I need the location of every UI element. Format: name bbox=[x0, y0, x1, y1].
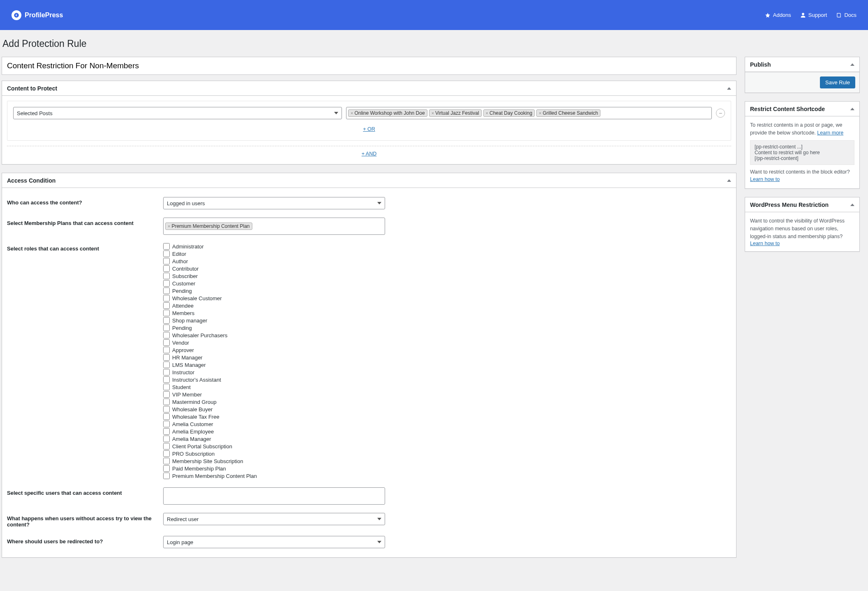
menu-learn-how-link[interactable]: Learn how to bbox=[750, 241, 780, 246]
access-condition-box: Access Condition Who can access the cont… bbox=[2, 173, 736, 558]
post-tag[interactable]: ×Online Workshop with John Doe bbox=[348, 109, 427, 117]
role-checkbox-item[interactable]: Student bbox=[163, 384, 385, 390]
role-checkbox-item[interactable]: Amelia Customer bbox=[163, 421, 385, 427]
role-checkbox-item[interactable]: Paid Membership Plan bbox=[163, 465, 385, 472]
role-checkbox-item[interactable]: Attendee bbox=[163, 302, 385, 309]
remove-tag-icon[interactable]: × bbox=[168, 224, 170, 229]
specific-users-tagbox[interactable] bbox=[163, 487, 385, 505]
role-checkbox[interactable] bbox=[163, 428, 170, 435]
role-checkbox-item[interactable]: Amelia Employee bbox=[163, 428, 385, 435]
who-can-access-select[interactable]: Logged in users bbox=[163, 197, 385, 209]
publish-header[interactable]: Publish bbox=[745, 57, 859, 72]
menu-restriction-header[interactable]: WordPress Menu Restriction bbox=[745, 197, 859, 212]
brand[interactable]: ProfilePress bbox=[12, 10, 63, 20]
role-checkbox-item[interactable]: Pending bbox=[163, 324, 385, 331]
nav-addons[interactable]: Addons bbox=[765, 12, 791, 18]
shortcode-learn-more-link[interactable]: Learn more bbox=[817, 130, 843, 136]
role-checkbox[interactable] bbox=[163, 287, 170, 294]
remove-tag-icon[interactable]: × bbox=[486, 111, 488, 116]
role-checkbox[interactable] bbox=[163, 265, 170, 272]
role-checkbox[interactable] bbox=[163, 339, 170, 346]
role-checkbox-item[interactable]: Amelia Manager bbox=[163, 436, 385, 442]
role-checkbox[interactable] bbox=[163, 369, 170, 375]
role-checkbox-item[interactable]: Instructor's Assistant bbox=[163, 376, 385, 383]
nav-docs[interactable]: Docs bbox=[836, 12, 856, 18]
role-checkbox-item[interactable]: Premium Membership Content Plan bbox=[163, 473, 385, 479]
role-checkbox-item[interactable]: Wholesaler Purchasers bbox=[163, 332, 385, 338]
post-tag[interactable]: ×Cheat Day Cooking bbox=[483, 109, 535, 117]
role-checkbox-item[interactable]: Membership Site Subscription bbox=[163, 458, 385, 464]
role-checkbox[interactable] bbox=[163, 302, 170, 309]
role-checkbox-item[interactable]: Instructor bbox=[163, 369, 385, 375]
membership-plans-tagbox[interactable]: ×Premium Membership Content Plan bbox=[163, 218, 385, 235]
role-checkbox[interactable] bbox=[163, 421, 170, 427]
role-checkbox[interactable] bbox=[163, 258, 170, 264]
remove-condition-button[interactable]: − bbox=[716, 109, 725, 118]
role-checkbox[interactable] bbox=[163, 458, 170, 464]
role-checkbox-item[interactable]: LMS Manager bbox=[163, 362, 385, 368]
divider bbox=[7, 146, 731, 146]
role-checkbox-item[interactable]: Vendor bbox=[163, 339, 385, 346]
content-to-protect-header[interactable]: Content to Protect bbox=[2, 81, 736, 96]
role-checkbox-item[interactable]: Editor bbox=[163, 250, 385, 257]
role-checkbox-item[interactable]: Members bbox=[163, 310, 385, 316]
role-checkbox-item[interactable]: Client Portal Subscription bbox=[163, 443, 385, 450]
role-checkbox-item[interactable]: Wholesale Tax Free bbox=[163, 413, 385, 420]
shortcode-header[interactable]: Restrict Content Shortcode bbox=[745, 102, 859, 116]
role-checkbox[interactable] bbox=[163, 465, 170, 472]
role-checkbox-item[interactable]: Wholesale Buyer bbox=[163, 406, 385, 413]
nav-support[interactable]: Support bbox=[800, 12, 827, 18]
content-type-select[interactable]: Selected Posts bbox=[13, 107, 342, 119]
role-checkbox[interactable] bbox=[163, 450, 170, 457]
role-checkbox-item[interactable]: Pending bbox=[163, 287, 385, 294]
remove-tag-icon[interactable]: × bbox=[432, 111, 434, 116]
role-checkbox[interactable] bbox=[163, 273, 170, 279]
role-checkbox[interactable] bbox=[163, 250, 170, 257]
role-checkbox[interactable] bbox=[163, 406, 170, 413]
role-checkbox-item[interactable]: Author bbox=[163, 258, 385, 264]
add-or-link[interactable]: + OR bbox=[363, 126, 375, 132]
access-condition-header[interactable]: Access Condition bbox=[2, 173, 736, 188]
noaccess-action-select[interactable]: Redirect user bbox=[163, 513, 385, 525]
role-checkbox[interactable] bbox=[163, 295, 170, 301]
role-checkbox[interactable] bbox=[163, 332, 170, 338]
remove-tag-icon[interactable]: × bbox=[539, 111, 541, 116]
role-checkbox[interactable] bbox=[163, 280, 170, 287]
add-and-link[interactable]: + AND bbox=[362, 151, 376, 157]
role-checkbox-item[interactable]: PRO Subscription bbox=[163, 450, 385, 457]
role-checkbox[interactable] bbox=[163, 354, 170, 361]
remove-tag-icon[interactable]: × bbox=[351, 111, 353, 116]
role-checkbox-item[interactable]: Approver bbox=[163, 347, 385, 353]
post-tag[interactable]: ×Grilled Cheese Sandwich bbox=[536, 109, 600, 117]
role-checkbox-item[interactable]: Customer bbox=[163, 280, 385, 287]
role-checkbox[interactable] bbox=[163, 473, 170, 479]
role-checkbox-item[interactable]: Shop manager bbox=[163, 317, 385, 324]
role-checkbox[interactable] bbox=[163, 347, 170, 353]
role-checkbox-item[interactable]: HR Manager bbox=[163, 354, 385, 361]
role-checkbox-item[interactable]: Wholesale Customer bbox=[163, 295, 385, 301]
role-checkbox[interactable] bbox=[163, 376, 170, 383]
role-checkbox[interactable] bbox=[163, 413, 170, 420]
selected-posts-tagbox[interactable]: ×Online Workshop with John Doe×Virtual J… bbox=[346, 107, 712, 119]
role-checkbox[interactable] bbox=[163, 243, 170, 250]
shortcode-learn-how-link[interactable]: Learn how to bbox=[750, 176, 780, 182]
role-checkbox[interactable] bbox=[163, 384, 170, 390]
role-checkbox[interactable] bbox=[163, 317, 170, 324]
role-checkbox-item[interactable]: Mastermind Group bbox=[163, 399, 385, 405]
role-checkbox[interactable] bbox=[163, 436, 170, 442]
plan-tag[interactable]: ×Premium Membership Content Plan bbox=[165, 222, 252, 230]
role-checkbox[interactable] bbox=[163, 310, 170, 316]
role-checkbox[interactable] bbox=[163, 324, 170, 331]
role-checkbox[interactable] bbox=[163, 399, 170, 405]
redirect-target-select[interactable]: Login page bbox=[163, 536, 385, 548]
save-rule-button[interactable]: Save Rule bbox=[820, 76, 855, 88]
role-checkbox[interactable] bbox=[163, 443, 170, 450]
post-tag[interactable]: ×Virtual Jazz Festival bbox=[429, 109, 482, 117]
role-checkbox-item[interactable]: Administrator bbox=[163, 243, 385, 250]
role-checkbox[interactable] bbox=[163, 391, 170, 398]
role-checkbox-item[interactable]: VIP Member bbox=[163, 391, 385, 398]
role-checkbox-item[interactable]: Subscriber bbox=[163, 273, 385, 279]
rule-title-input[interactable] bbox=[2, 57, 736, 75]
role-checkbox-item[interactable]: Contributor bbox=[163, 265, 385, 272]
role-checkbox[interactable] bbox=[163, 362, 170, 368]
